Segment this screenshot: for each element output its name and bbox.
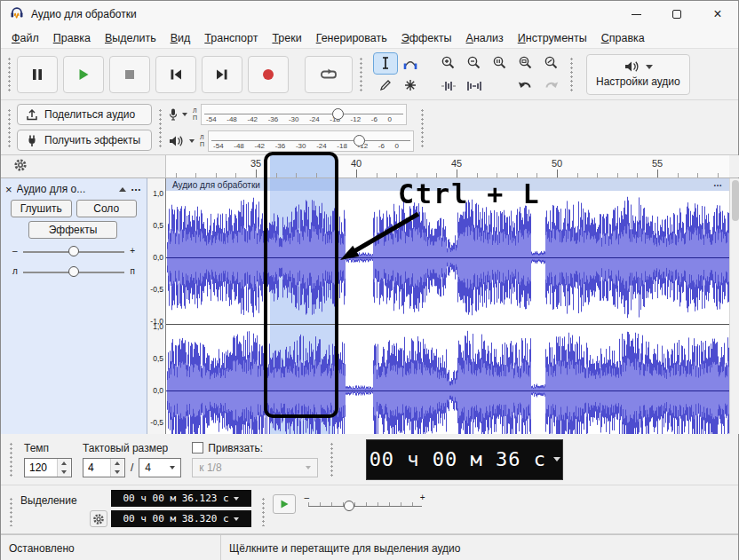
tempo-down-icon[interactable]	[58, 468, 70, 477]
minimize-button[interactable]	[616, 1, 656, 28]
tempo-up-icon[interactable]	[58, 459, 70, 468]
zoom-toggle-button[interactable]	[539, 52, 563, 74]
recording-meter-scale[interactable]: -54-48-42-36-30-24-18-12-60	[201, 104, 407, 125]
beats-down-icon[interactable]	[111, 468, 123, 477]
playback-volume-knob[interactable]	[354, 135, 365, 146]
tempo-stepper[interactable]	[24, 458, 72, 477]
collapse-track-icon[interactable]	[119, 187, 126, 192]
gain-slider[interactable]: – +	[16, 243, 131, 259]
playback-meter[interactable]: ЛП -54-48-42-36-30-24-18-12-60	[168, 130, 414, 152]
chevron-down-icon	[646, 65, 653, 69]
effects-button[interactable]: Эффекты	[28, 221, 117, 239]
redo-button[interactable]	[539, 75, 563, 97]
selection-options-gear-icon[interactable]	[90, 510, 107, 527]
toolbar-grip[interactable]	[8, 496, 13, 526]
playback-meter-scale[interactable]: -54-48-42-36-30-24-18-12-60	[208, 130, 414, 152]
recording-meter[interactable]: ЛП -54-48-42-36-30-24-18-12-60	[168, 103, 414, 125]
selection-end-field[interactable]: 00 ч 00 м 38.320 с	[111, 510, 251, 527]
playback-speed-slider[interactable]: – +	[303, 493, 427, 516]
zoom-selection-button[interactable]	[488, 52, 512, 74]
selection-start-field[interactable]: 00 ч 00 м 36.123 с	[111, 490, 251, 507]
timeline-options-gear-icon[interactable]	[13, 158, 28, 175]
skip-to-end-button[interactable]	[202, 56, 242, 93]
timeline-selection-region[interactable]	[270, 155, 335, 177]
stop-button[interactable]	[109, 56, 150, 93]
get-effects-label: Получить эффекты	[44, 134, 140, 146]
selection-tool-button[interactable]	[374, 53, 397, 74]
toolbar-grip[interactable]	[358, 56, 363, 92]
clip-menu-icon[interactable]: …	[713, 178, 723, 188]
toolbar-grip[interactable]	[329, 441, 334, 477]
tempo-input[interactable]	[25, 459, 57, 477]
menu-item[interactable]: Справка	[594, 29, 652, 47]
audio-position-display[interactable]: 00 ч 00 м 36 с	[366, 439, 563, 480]
toolbar-grip[interactable]	[8, 441, 13, 477]
menu-item[interactable]: Эффекты	[394, 29, 459, 47]
toolbar-grip[interactable]	[157, 107, 163, 147]
toolbar-grip[interactable]	[568, 56, 574, 92]
recording-volume-knob[interactable]	[332, 108, 344, 120]
beats-stepper[interactable]	[83, 458, 125, 477]
note-value-select[interactable]: 4	[139, 458, 181, 477]
multi-tool-button[interactable]	[399, 75, 422, 96]
track-menu-icon[interactable]: …	[131, 181, 142, 193]
play-at-speed-button[interactable]	[273, 494, 296, 514]
meter-scale-value: 0	[395, 142, 399, 150]
zoom-in-button[interactable]	[436, 52, 460, 74]
speed-knob[interactable]	[344, 501, 354, 511]
track-title[interactable]: Аудио для о...	[17, 183, 115, 195]
vertical-scrollbar[interactable]	[729, 178, 739, 434]
zoom-fit-project-button[interactable]	[513, 52, 537, 74]
menu-item[interactable]: Генерировать	[309, 29, 394, 47]
maximize-button[interactable]	[656, 1, 697, 28]
solo-button[interactable]: Соло	[76, 200, 138, 217]
timeline-ruler[interactable]: 3540455055	[166, 155, 729, 177]
menu-item[interactable]: Выделить	[98, 29, 163, 47]
menu-item[interactable]: Анализ	[459, 29, 511, 47]
skip-to-start-button[interactable]	[155, 56, 196, 93]
beats-up-icon[interactable]	[111, 459, 123, 468]
toolbar-grip[interactable]	[6, 107, 12, 147]
close-track-icon[interactable]: ×	[5, 184, 12, 195]
menu-item[interactable]: Транспорт	[197, 29, 265, 47]
beats-input[interactable]	[83, 459, 110, 477]
menu-item[interactable]: Треки	[265, 29, 308, 47]
waveform-canvas[interactable]	[166, 191, 729, 434]
record-button[interactable]	[248, 56, 289, 93]
menu-item[interactable]: Правка	[46, 29, 98, 47]
toolbar-grip[interactable]	[6, 56, 12, 92]
mute-button[interactable]: Глушить	[11, 200, 72, 217]
toolbar-grip[interactable]	[419, 107, 425, 147]
toolbar-grip[interactable]	[260, 496, 266, 526]
undo-button[interactable]	[513, 75, 537, 97]
meter-scale-value: -48	[226, 115, 237, 123]
silence-audio-button[interactable]	[462, 75, 486, 97]
vertical-ruler[interactable]: 1,00,50,0-0,5-1,01,00,50,0-0,5	[147, 178, 166, 434]
trim-audio-button[interactable]	[436, 75, 460, 97]
timeline-label: 55	[652, 158, 663, 169]
pan-slider[interactable]: л п	[16, 264, 131, 280]
snap-checkbox[interactable]	[192, 442, 203, 454]
draw-tool-button[interactable]	[374, 75, 397, 96]
menu-item[interactable]: Инструменты	[511, 29, 594, 47]
clip-header[interactable]: Аудио для обработки …	[166, 178, 729, 191]
menu-item[interactable]: Вид	[163, 29, 198, 47]
waveform-area[interactable]: Аудио для обработки …	[166, 178, 729, 434]
timeline-label: 40	[351, 158, 362, 169]
play-button[interactable]	[63, 56, 104, 93]
pan-knob[interactable]	[68, 266, 79, 277]
zoom-out-button[interactable]	[462, 52, 486, 74]
gain-knob[interactable]	[68, 246, 79, 256]
pause-button[interactable]	[17, 56, 58, 93]
tempo-label: Темп	[24, 442, 72, 454]
share-audio-button[interactable]: Поделиться аудио	[17, 104, 152, 125]
envelope-tool-button[interactable]	[399, 53, 422, 74]
snap-select[interactable]: к 1/8	[192, 458, 318, 477]
menu-item[interactable]: Файл	[4, 29, 46, 47]
close-button[interactable]: ×	[697, 1, 738, 28]
pause-icon	[30, 67, 44, 82]
get-effects-button[interactable]: Получить эффекты	[17, 130, 152, 151]
audio-settings-button[interactable]: Настройки аудио	[586, 54, 690, 95]
scrollbar-thumb[interactable]	[732, 180, 739, 221]
loop-button[interactable]	[305, 56, 353, 93]
